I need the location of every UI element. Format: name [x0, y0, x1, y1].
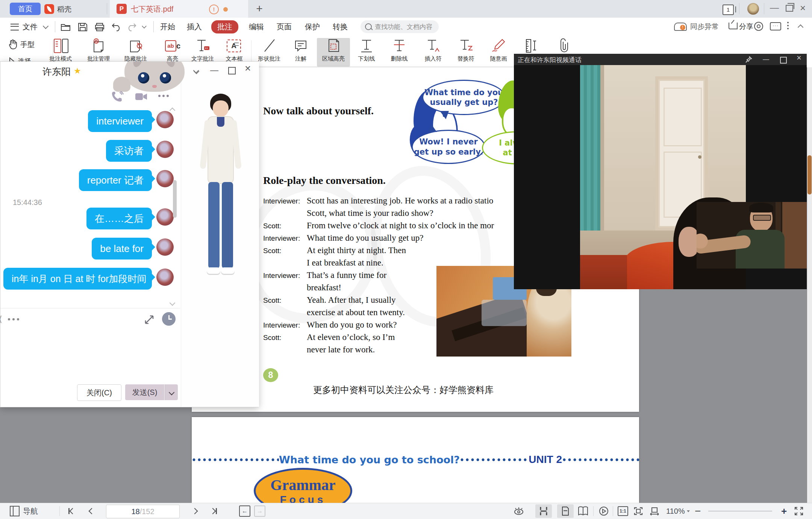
actual-size-button[interactable]: 1:1 [618, 506, 628, 516]
chat-contact-name[interactable]: 许东阳 [42, 65, 71, 78]
eye-protection-button[interactable] [514, 503, 524, 519]
message-avatar[interactable] [156, 141, 174, 158]
chat-close-button[interactable]: 关闭(C) [77, 384, 121, 401]
page-number-input[interactable]: 18/152 [106, 505, 180, 518]
document-warning-icon[interactable]: ! [209, 5, 219, 14]
tab-home[interactable]: 首页 [10, 3, 41, 15]
chat-message[interactable]: 在……之后 [86, 208, 152, 229]
sync-error-icon[interactable] [674, 23, 687, 31]
menu-item-page[interactable]: 页面 [277, 22, 292, 32]
scrollbar-thumb[interactable] [807, 155, 812, 194]
emoji-icon[interactable]: ⟨ [0, 314, 2, 324]
window-count-badge[interactable]: 1 [723, 5, 734, 15]
menu-item-protect[interactable]: 保护 [305, 22, 320, 32]
eye-icon [514, 506, 524, 516]
previous-page-button[interactable] [89, 503, 94, 519]
two-page-view-button[interactable] [577, 503, 589, 519]
hand-tool-button[interactable]: 手型 [8, 39, 35, 50]
continuous-scroll-button[interactable] [535, 504, 552, 518]
input-more-icon[interactable] [8, 318, 10, 320]
user-avatar[interactable] [747, 3, 759, 15]
tab-document[interactable]: P 七下英语.pdf ! [110, 0, 248, 18]
chat-message[interactable]: in年 in月 on 日 at 时 for加段时间 [3, 268, 152, 290]
play-slideshow-button[interactable] [598, 503, 609, 519]
redo-icon[interactable] [126, 22, 137, 32]
tool-insert-caret[interactable]: 插入符 [417, 38, 450, 67]
minimize-button[interactable]: — [770, 3, 779, 12]
video-close-button[interactable]: × [797, 55, 801, 61]
tool-freehand-draw[interactable]: 随意画 [482, 38, 515, 67]
chat-close-icon[interactable]: × [245, 64, 251, 73]
chat-more-icon[interactable] [158, 95, 161, 97]
expand-input-icon[interactable] [144, 314, 155, 325]
file-menu[interactable]: 文件 [23, 22, 38, 32]
undo-icon[interactable] [111, 22, 122, 32]
tool-note[interactable]: 注解 [284, 38, 317, 67]
tool-strikethrough[interactable]: 删除线 [383, 38, 416, 67]
pip-video-feed[interactable] [697, 202, 807, 269]
scroll-down-icon[interactable] [170, 300, 176, 306]
message-avatar[interactable] [156, 170, 174, 187]
feedback-comment-icon[interactable]: ··· [770, 22, 781, 30]
chat-maximize-button[interactable] [228, 67, 236, 74]
hamburger-icon[interactable] [11, 24, 19, 30]
video-minimize-button[interactable]: — [763, 56, 769, 63]
tool-replace-mark[interactable]: 替换符 [449, 38, 482, 67]
menu-item-start[interactable]: 开始 [160, 22, 175, 32]
search-input[interactable]: 查找功能、文档内容 [361, 20, 439, 33]
video-call-titlebar[interactable]: 正在和许东阳视频通话 — × [514, 54, 807, 65]
fit-width-button[interactable] [649, 503, 660, 519]
save-icon[interactable] [77, 22, 88, 32]
message-avatar[interactable] [156, 269, 174, 286]
quick-access-dropdown-icon[interactable] [142, 24, 146, 28]
tool-underline[interactable]: 下划线 [350, 38, 383, 67]
zoom-out-button[interactable]: − [695, 503, 701, 519]
close-window-button[interactable]: × [800, 3, 806, 12]
print-icon[interactable] [94, 22, 105, 32]
chat-message[interactable]: reporter 记者 [79, 169, 152, 191]
tool-area-highlight-active[interactable]: 区域高亮 [317, 38, 350, 67]
settings-gear-icon[interactable] [754, 22, 763, 31]
pin-icon[interactable] [745, 56, 752, 63]
menu-item-edit[interactable]: 编辑 [249, 22, 264, 32]
chat-scrollbar-thumb[interactable] [173, 180, 177, 218]
fit-page-button[interactable] [633, 503, 644, 519]
message-avatar[interactable] [156, 238, 174, 256]
menu-item-annotate-active[interactable]: 批注 [211, 20, 238, 33]
menu-item-insert[interactable]: 插入 [187, 22, 202, 32]
chat-minimize-button[interactable]: — [210, 66, 218, 74]
collapse-ribbon-icon[interactable] [798, 24, 804, 30]
zoom-in-button[interactable]: + [781, 503, 787, 519]
forward-view-button[interactable]: → [254, 505, 265, 517]
chat-send-dropdown[interactable] [165, 384, 178, 400]
chat-message[interactable]: 采访者 [106, 140, 152, 162]
open-file-icon[interactable] [60, 22, 71, 32]
vertical-scrollbar[interactable] [807, 67, 812, 503]
next-page-button[interactable] [192, 503, 197, 519]
sync-status-label[interactable]: 同步异常 [690, 22, 719, 32]
fullscreen-button[interactable] [794, 503, 804, 519]
restore-button[interactable] [786, 5, 793, 12]
video-call-icon[interactable] [135, 91, 148, 102]
more-options-icon[interactable] [787, 22, 789, 23]
chat-send-button[interactable]: 发送(S) [125, 384, 164, 400]
new-tab-button[interactable]: + [253, 2, 266, 15]
zoom-level-dropdown[interactable]: 110% [666, 503, 690, 519]
back-view-button[interactable]: ← [239, 505, 250, 517]
zoom-slider-track[interactable] [708, 511, 772, 511]
message-avatar[interactable] [156, 208, 174, 226]
share-label[interactable]: 分享 [739, 22, 753, 32]
chat-message[interactable]: be late for [92, 238, 152, 260]
video-maximize-button[interactable] [780, 57, 787, 64]
navigation-toggle[interactable]: 导航 [10, 503, 38, 519]
tab-docer[interactable]: 稻壳 [57, 5, 71, 14]
message-avatar[interactable] [156, 111, 174, 128]
voice-call-icon[interactable] [111, 91, 124, 102]
first-page-button[interactable] [68, 503, 75, 519]
chat-message[interactable]: interviewer [88, 110, 152, 132]
message-history-clock-icon[interactable] [162, 312, 176, 326]
last-page-button[interactable] [211, 503, 217, 519]
share-icon[interactable] [729, 23, 738, 29]
menu-item-convert[interactable]: 转换 [333, 22, 348, 32]
single-page-view-button[interactable] [557, 504, 574, 518]
